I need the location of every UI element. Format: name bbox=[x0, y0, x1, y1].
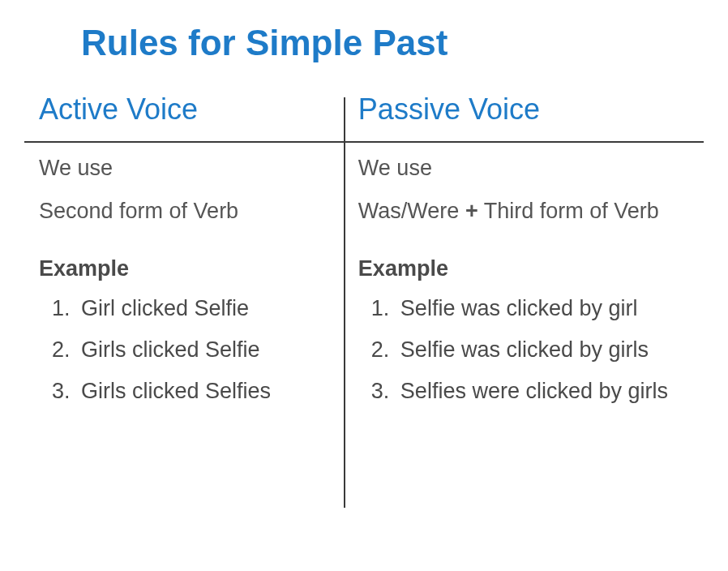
passive-intro-line-1: We use bbox=[358, 156, 689, 181]
document-page: Rules for Simple Past Active Voice We us… bbox=[0, 0, 728, 444]
passive-voice-body: We use Was/Were + Third form of Verb Exa… bbox=[358, 156, 689, 404]
two-column-grid: Active Voice We use Second form of Verb … bbox=[24, 92, 704, 420]
list-item: Girls clicked Selfies bbox=[76, 379, 329, 404]
passive-example-heading: Example bbox=[358, 256, 689, 281]
passive-intro-post: Third form of Verb bbox=[478, 199, 659, 223]
passive-example-list: Selfie was clicked by girl Selfie was cl… bbox=[358, 296, 689, 404]
vertical-rule bbox=[344, 97, 345, 508]
passive-intro-line-2: Was/Were + Third form of Verb bbox=[358, 199, 689, 224]
list-item: Girl clicked Selfie bbox=[76, 296, 329, 321]
list-item: Selfies were clicked by girls bbox=[396, 379, 689, 404]
list-item: Selfie was clicked by girl bbox=[396, 296, 689, 321]
list-item: Girls clicked Selfie bbox=[76, 337, 329, 363]
plus-icon: + bbox=[465, 199, 478, 223]
active-voice-header: Active Voice bbox=[39, 92, 329, 127]
page-title: Rules for Simple Past bbox=[81, 23, 704, 63]
passive-voice-header: Passive Voice bbox=[358, 92, 689, 127]
passive-intro-pre: Was/Were bbox=[358, 199, 465, 223]
active-example-heading: Example bbox=[39, 256, 329, 281]
active-intro-line-2: Second form of Verb bbox=[39, 199, 329, 224]
horizontal-rule bbox=[24, 141, 704, 143]
active-voice-body: We use Second form of Verb Example Girl … bbox=[39, 156, 329, 404]
list-item: Selfie was clicked by girls bbox=[396, 337, 689, 363]
active-intro-line-1: We use bbox=[39, 156, 329, 181]
active-example-list: Girl clicked Selfie Girls clicked Selfie… bbox=[39, 296, 329, 404]
